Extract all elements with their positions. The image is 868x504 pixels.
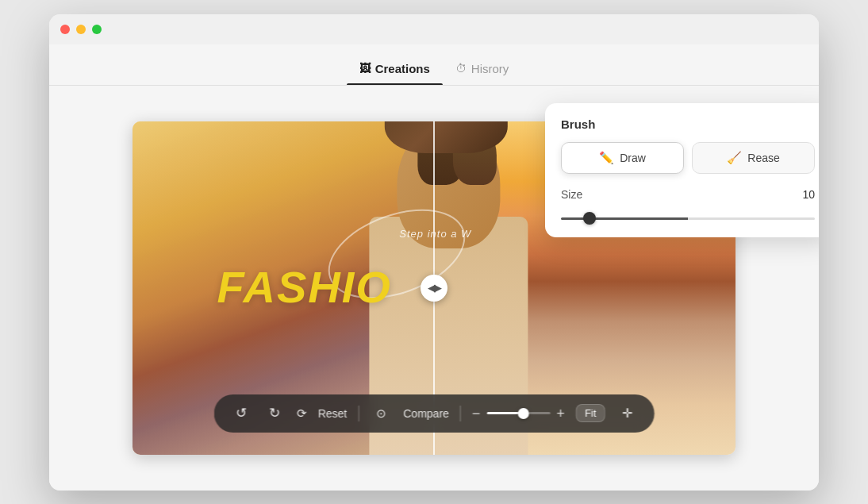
- person-hair-top: [385, 121, 508, 153]
- brush-mode-buttons: ✏️ Draw 🧹 Rease: [561, 142, 815, 174]
- size-slider-wrap: [561, 209, 815, 223]
- tab-creations[interactable]: 🖼 Creations: [347, 62, 443, 85]
- reset-label: Reset: [318, 407, 348, 420]
- main-content: Step into a W FASHIO ◀▶ ↺ ↻ ⟳ Reset ⊙ Co…: [49, 86, 819, 491]
- compare-label: Compare: [403, 407, 449, 420]
- history-icon: ⏱: [455, 62, 467, 75]
- redo-button[interactable]: ↻: [263, 402, 286, 425]
- zoom-out-button[interactable]: −: [472, 406, 481, 421]
- creations-icon: 🖼: [359, 62, 371, 75]
- tab-creations-label: Creations: [375, 62, 430, 75]
- erase-button[interactable]: 🧹 Rease: [692, 142, 815, 174]
- brush-panel: Brush ✏️ Draw 🧹 Rease Size 10: [545, 103, 819, 237]
- size-label: Size: [561, 188, 582, 201]
- brush-title: Brush: [561, 117, 815, 131]
- reset-icon-btn[interactable]: ⟳: [297, 402, 307, 425]
- tab-history[interactable]: ⏱ Hisrory: [443, 62, 522, 85]
- maximize-button[interactable]: [92, 25, 102, 34]
- erase-icon: 🧹: [727, 151, 742, 165]
- fit-button[interactable]: Fit: [576, 404, 605, 422]
- erase-label: Rease: [747, 152, 779, 164]
- titlebar: [49, 14, 819, 44]
- draw-button[interactable]: ✏️ Draw: [561, 142, 684, 174]
- toolbar-divider-2: [460, 406, 461, 421]
- toolbar-divider-1: [358, 406, 359, 421]
- tab-history-label: Hisrory: [471, 62, 509, 75]
- draw-icon: ✏️: [599, 151, 614, 165]
- size-value: 10: [802, 188, 815, 201]
- size-slider[interactable]: [561, 217, 815, 220]
- close-button[interactable]: [60, 25, 70, 34]
- zoom-slider[interactable]: [486, 412, 550, 414]
- compare-icon-btn[interactable]: ⊙: [370, 402, 392, 425]
- bottom-toolbar: ↺ ↻ ⟳ Reset ⊙ Compare − + Fit ✛: [214, 394, 655, 433]
- minimize-button[interactable]: [76, 25, 86, 34]
- size-row: Size 10: [561, 188, 815, 201]
- undo-button[interactable]: ↺: [230, 402, 252, 425]
- app-window: 🖼 Creations ⏱ Hisrory: [49, 14, 819, 491]
- compare-drag-handle[interactable]: ◀▶: [421, 275, 447, 302]
- draw-label: Draw: [620, 152, 646, 164]
- zoom-in-button[interactable]: +: [556, 406, 565, 421]
- zoom-controls: − +: [472, 406, 565, 421]
- drag-arrows-icon: ◀▶: [428, 282, 440, 294]
- pan-button[interactable]: ✛: [616, 402, 638, 425]
- tabs-bar: 🖼 Creations ⏱ Hisrory: [49, 44, 819, 86]
